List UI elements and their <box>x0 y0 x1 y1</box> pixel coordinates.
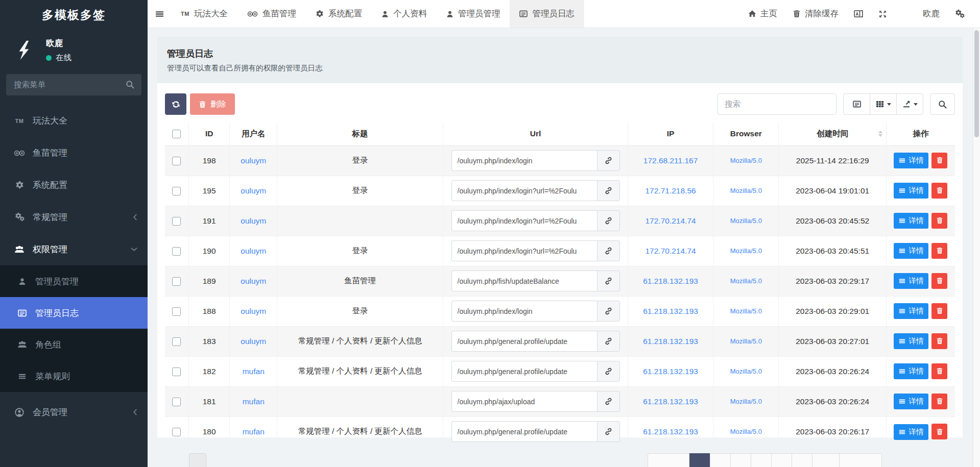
browser-link[interactable]: Mozilla/5.0 <box>730 307 762 315</box>
url-input[interactable] <box>451 391 597 412</box>
row-checkbox[interactable] <box>172 277 181 286</box>
ip-link[interactable]: 61.218.132.193 <box>643 337 698 346</box>
username-link[interactable]: ouluym <box>241 307 266 315</box>
sidebar-item-system-config[interactable]: 系统配置 <box>0 169 148 201</box>
url-input[interactable] <box>451 240 597 261</box>
sidebar-item-general[interactable]: 常规管理 <box>0 201 148 233</box>
url-input[interactable] <box>451 331 597 352</box>
detail-button[interactable]: 详情 <box>894 273 928 289</box>
navbar-user-menu[interactable]: 欧鹿 <box>902 6 940 21</box>
sidebar-item-menu-rule[interactable]: 菜单规则 <box>0 360 148 392</box>
scrollbar-thumb[interactable] <box>974 30 979 137</box>
row-delete-button[interactable] <box>931 333 947 349</box>
url-input[interactable] <box>451 150 597 171</box>
ip-link[interactable]: 172.70.214.74 <box>646 247 696 255</box>
username-link[interactable]: mufan <box>243 397 265 406</box>
tab-profile[interactable]: 个人资料 <box>372 0 437 28</box>
sidebar-item-wanfa[interactable]: TM 玩法大全 <box>0 105 148 137</box>
translate-button[interactable] <box>854 9 863 18</box>
username-link[interactable]: mufan <box>243 427 265 436</box>
row-checkbox[interactable] <box>172 157 181 165</box>
link-button[interactable] <box>597 391 620 412</box>
detail-button[interactable]: 详情 <box>894 243 928 259</box>
settings-button[interactable] <box>955 9 965 19</box>
username-link[interactable]: ouluym <box>241 216 266 225</box>
detail-button[interactable]: 详情 <box>894 394 928 409</box>
row-checkbox[interactable] <box>172 247 181 256</box>
row-checkbox[interactable] <box>172 367 181 376</box>
ip-link[interactable]: 172.70.214.74 <box>646 216 696 225</box>
sidebar-item-auth[interactable]: 权限管理 <box>0 233 148 265</box>
table-search-input[interactable] <box>718 93 836 115</box>
home-link[interactable]: 主页 <box>748 8 777 19</box>
row-checkbox[interactable] <box>172 187 181 195</box>
page-size-select[interactable] <box>189 453 206 467</box>
sidebar-toggle-button[interactable] <box>148 0 171 28</box>
row-checkbox[interactable] <box>172 307 181 316</box>
detail-button[interactable]: 详情 <box>894 333 928 349</box>
row-checkbox[interactable] <box>172 428 181 436</box>
row-checkbox[interactable] <box>172 398 181 406</box>
sidebar-item-member[interactable]: 会员管理 <box>0 396 148 428</box>
row-delete-button[interactable] <box>931 394 947 409</box>
username-link[interactable]: ouluym <box>241 186 266 195</box>
url-input[interactable] <box>451 361 597 382</box>
search-toggle-button[interactable] <box>930 93 955 115</box>
browser-link[interactable]: Mozilla/5.0 <box>730 157 762 164</box>
link-button[interactable] <box>597 301 620 322</box>
browser-link[interactable]: Mozilla/5.0 <box>730 428 762 435</box>
page-button[interactable] <box>812 453 840 467</box>
link-button[interactable] <box>597 361 620 382</box>
browser-link[interactable]: Mozilla/5.0 <box>730 277 762 285</box>
export-dropdown-button[interactable] <box>896 93 923 115</box>
page-button[interactable] <box>751 453 772 467</box>
row-delete-button[interactable] <box>931 213 947 229</box>
row-delete-button[interactable] <box>931 243 947 259</box>
ip-link[interactable]: 61.218.132.193 <box>643 427 698 436</box>
browser-link[interactable]: Mozilla/5.0 <box>730 217 762 225</box>
link-button[interactable] <box>597 271 620 291</box>
avatar[interactable] <box>11 37 38 64</box>
link-button[interactable] <box>597 331 620 352</box>
tab-yumiao[interactable]: 鱼苗管理 <box>237 0 306 28</box>
sidebar-item-role-group[interactable]: 角色组 <box>0 329 148 360</box>
detail-button[interactable]: 详情 <box>894 363 928 379</box>
toggle-view-button[interactable] <box>843 93 870 115</box>
sidebar-item-admin-log[interactable]: 管理员日志 <box>0 297 148 329</box>
delete-button[interactable]: 删除 <box>190 93 235 115</box>
browser-link[interactable]: Mozilla/5.0 <box>730 398 762 405</box>
detail-button[interactable]: 详情 <box>894 424 928 440</box>
row-delete-button[interactable] <box>931 303 947 319</box>
link-button[interactable] <box>597 240 620 261</box>
link-button[interactable] <box>597 180 620 201</box>
col-header-createtime[interactable]: 创建时间 <box>779 122 886 145</box>
browser-link[interactable]: Mozilla/5.0 <box>730 367 762 375</box>
page-button[interactable] <box>771 453 792 467</box>
page-button[interactable] <box>710 453 731 467</box>
columns-dropdown-button[interactable] <box>870 93 897 115</box>
search-icon[interactable] <box>126 80 134 89</box>
browser-link[interactable]: Mozilla/5.0 <box>730 337 762 345</box>
browser-link[interactable]: Mozilla/5.0 <box>730 247 762 255</box>
username-link[interactable]: ouluym <box>241 247 266 255</box>
ip-link[interactable]: 61.218.132.193 <box>643 367 698 376</box>
username-link[interactable]: mufan <box>243 367 265 376</box>
detail-button[interactable]: 详情 <box>894 303 928 319</box>
username-link[interactable]: ouluym <box>241 156 266 165</box>
row-delete-button[interactable] <box>931 153 947 168</box>
row-delete-button[interactable] <box>931 183 947 199</box>
link-button[interactable] <box>597 210 620 231</box>
sidebar-item-admin-manage[interactable]: 管理员管理 <box>0 265 148 297</box>
refresh-button[interactable] <box>165 93 186 115</box>
ip-link[interactable]: 61.218.132.193 <box>643 277 698 285</box>
sidebar-item-yumiao[interactable]: 鱼苗管理 <box>0 137 148 169</box>
clear-cache-link[interactable]: 清除缓存 <box>793 8 839 19</box>
tab-admin-log[interactable]: 管理员日志 <box>510 0 584 28</box>
row-delete-button[interactable] <box>931 273 947 289</box>
detail-button[interactable]: 详情 <box>894 153 928 168</box>
url-input[interactable] <box>451 421 597 442</box>
detail-button[interactable]: 详情 <box>894 213 928 229</box>
ip-link[interactable]: 172.68.211.167 <box>643 156 698 165</box>
row-delete-button[interactable] <box>931 424 947 439</box>
tab-system-config[interactable]: 系统配置 <box>306 0 372 28</box>
